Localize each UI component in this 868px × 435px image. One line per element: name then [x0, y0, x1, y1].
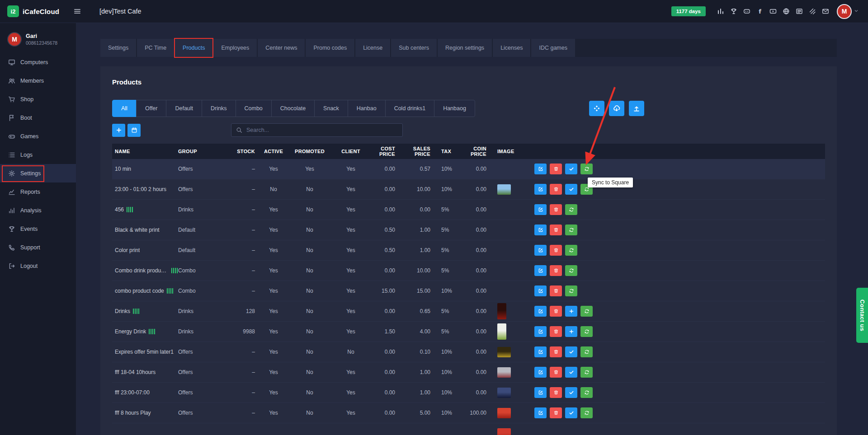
analytics-icon[interactable]: [717, 7, 725, 15]
edit-button[interactable]: [534, 306, 547, 317]
sync-to-square-button[interactable]: [580, 164, 593, 174]
edit-button[interactable]: [534, 225, 547, 235]
add-stock-button[interactable]: [565, 306, 577, 317]
delete-button[interactable]: [550, 387, 562, 398]
category-default[interactable]: Default: [166, 100, 202, 117]
sidebar-item-settings[interactable]: Settings: [0, 164, 76, 182]
delete-button[interactable]: [550, 306, 562, 317]
delete-button[interactable]: [550, 285, 562, 296]
tab-products[interactable]: Products: [175, 39, 212, 57]
table-row[interactable]: [112, 423, 825, 435]
edit-button[interactable]: [534, 164, 547, 174]
sync-to-square-button[interactable]: [565, 265, 577, 276]
category-hanbao[interactable]: Hanbao: [348, 100, 386, 117]
tab-idc-games[interactable]: IDC games: [531, 39, 575, 57]
trophy-icon[interactable]: [730, 7, 738, 15]
globe-icon[interactable]: [782, 7, 790, 15]
table-row[interactable]: Combo drink product...Combo–YesNoYes0.00…: [112, 261, 825, 281]
delete-button[interactable]: [550, 367, 562, 378]
edit-button[interactable]: [534, 367, 547, 378]
category-cold-drinks1[interactable]: Cold drinks1: [385, 100, 434, 117]
approve-button[interactable]: [565, 346, 577, 357]
edit-button[interactable]: [534, 204, 547, 215]
edit-button[interactable]: [534, 346, 547, 357]
edit-button[interactable]: [534, 387, 547, 398]
delete-button[interactable]: [550, 204, 562, 215]
youtube-icon[interactable]: [769, 7, 777, 15]
category-all[interactable]: All: [112, 100, 137, 117]
category-snack[interactable]: Snack: [314, 100, 348, 117]
delete-button[interactable]: [550, 225, 562, 235]
hamburger-menu-button[interactable]: [73, 5, 85, 17]
delete-button[interactable]: [550, 407, 562, 418]
sync-to-square-button[interactable]: [580, 326, 593, 337]
category-combo[interactable]: Combo: [236, 100, 272, 117]
category-drinks[interactable]: Drinks: [202, 100, 236, 117]
table-row[interactable]: Energy DrinkDrinks9988YesNoYes1.504.005%…: [112, 322, 825, 342]
delete-button[interactable]: [550, 265, 562, 276]
mail-icon[interactable]: [821, 7, 830, 15]
facebook-icon[interactable]: f: [756, 7, 764, 15]
delete-button[interactable]: [550, 346, 562, 357]
delete-button[interactable]: [550, 326, 562, 337]
approve-button[interactable]: [565, 407, 577, 418]
tab-pc-time[interactable]: PC Time: [137, 39, 174, 57]
table-row[interactable]: Black & white printDefault–YesNoYes0.501…: [112, 220, 825, 240]
contact-us-button[interactable]: Contact us: [856, 288, 868, 343]
table-row[interactable]: combo product codeCombo–YesNoYes15.0015.…: [112, 281, 825, 301]
edit-button[interactable]: [534, 265, 547, 276]
table-row[interactable]: 23:00 - 01:00 2 hoursOffers–NoNoYes0.001…: [112, 179, 825, 200]
sync-to-square-button[interactable]: [580, 387, 593, 398]
edit-button[interactable]: [534, 285, 547, 296]
edit-button[interactable]: [534, 245, 547, 256]
tab-employees[interactable]: Employees: [213, 39, 257, 57]
delete-button[interactable]: [550, 245, 562, 256]
tab-region-settings[interactable]: Region settings: [438, 39, 492, 57]
tab-sub-centers[interactable]: Sub centers: [391, 39, 437, 57]
avatar[interactable]: M: [837, 4, 852, 19]
sync-to-square-button[interactable]: [565, 225, 577, 235]
sidebar-item-analysis[interactable]: Analysis: [0, 201, 76, 220]
delete-button[interactable]: [550, 164, 562, 174]
tab-promo-codes[interactable]: Promo codes: [306, 39, 354, 57]
table-row[interactable]: fff 18-04 10hoursOffers–YesNoYes0.001.00…: [112, 362, 825, 383]
sync-to-square-button[interactable]: [565, 204, 577, 215]
search-input[interactable]: [246, 127, 398, 133]
approve-button[interactable]: [565, 367, 577, 378]
sync-to-square-button[interactable]: [565, 285, 577, 296]
table-row[interactable]: Color printDefault–YesNoYes0.501.005%0.0…: [112, 240, 825, 261]
stripes-icon[interactable]: [808, 7, 816, 15]
table-row[interactable]: Expires offer 5min later1Offers–YesNoNo0…: [112, 342, 825, 362]
sidebar-item-computers[interactable]: Computers: [0, 53, 76, 71]
table-row[interactable]: fff 23:00-07:00Offers–YesNoYes0.001.0010…: [112, 383, 825, 403]
approve-button[interactable]: [565, 184, 577, 195]
cloud-download-button[interactable]: [609, 101, 624, 116]
sync-to-square-button[interactable]: [565, 245, 577, 256]
calendar-button[interactable]: [127, 124, 141, 137]
tab-licenses[interactable]: Licenses: [493, 39, 530, 57]
sync-to-square-button[interactable]: [580, 306, 593, 317]
sidebar-item-games[interactable]: Games: [0, 127, 76, 145]
category-offer[interactable]: Offer: [136, 100, 167, 117]
sidebar-item-logs[interactable]: Logs: [0, 145, 76, 164]
edit-button[interactable]: [534, 184, 547, 195]
approve-button[interactable]: [565, 164, 577, 174]
sidebar-item-logout[interactable]: Logout: [0, 257, 76, 275]
delete-button[interactable]: [550, 184, 562, 195]
table-row[interactable]: DrinksDrinks128YesNoYes0.000.655%0.00: [112, 301, 825, 322]
sync-to-square-button[interactable]: [580, 407, 593, 418]
category-chocolate[interactable]: Chocolate: [271, 100, 315, 117]
table-row[interactable]: 10 minOffers–YesYesYes0.000.5710%0.00: [112, 159, 825, 179]
days-badge[interactable]: 1177 days: [671, 6, 706, 16]
sidebar-item-events[interactable]: Events: [0, 220, 76, 238]
news-icon[interactable]: [795, 7, 803, 15]
add-stock-button[interactable]: [565, 326, 577, 337]
sidebar-item-shop[interactable]: Shop: [0, 90, 76, 108]
tab-settings[interactable]: Settings: [100, 39, 136, 57]
discord-icon[interactable]: [743, 7, 751, 15]
sidebar-item-support[interactable]: Support: [0, 238, 76, 257]
category-hanbaog[interactable]: Hanbaog: [434, 100, 475, 117]
tab-license[interactable]: License: [355, 39, 390, 57]
add-product-button[interactable]: [112, 124, 125, 137]
approve-button[interactable]: [565, 387, 577, 398]
